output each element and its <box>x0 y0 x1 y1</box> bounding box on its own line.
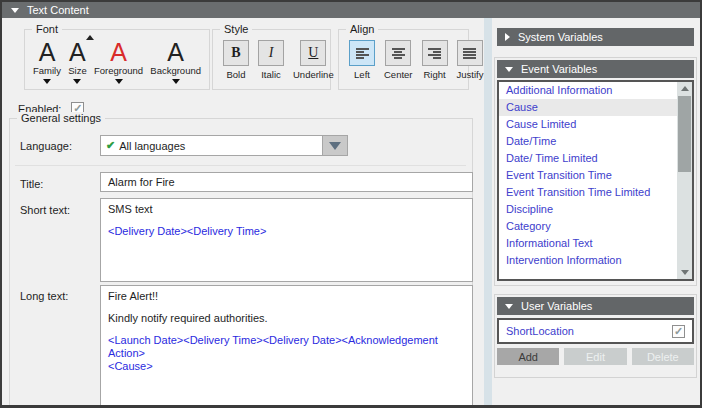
title-value: Alarm for Fire <box>108 176 175 188</box>
long-text-line2: Kindly notify required authorities. <box>108 312 465 325</box>
scroll-up-icon[interactable] <box>677 82 692 95</box>
chevron-down-icon <box>73 79 81 84</box>
bold-button-group: BBold <box>223 40 249 80</box>
chevron-down-icon <box>43 79 51 84</box>
delete-button[interactable]: Delete <box>632 348 694 365</box>
align-button-label: Right <box>423 69 445 80</box>
check-icon: ✓ <box>674 326 683 337</box>
event-variable-discipline[interactable]: Discipline <box>499 201 677 218</box>
underline-button-group: UUnderline <box>293 40 334 80</box>
event-variable-event-transition-time[interactable]: Event Transition Time <box>499 167 677 184</box>
user-variables-section: User Variables ShortLocation ✓ AddEditDe… <box>494 294 697 378</box>
event-variable-date-time-limited[interactable]: Date/ Time Limited <box>499 150 677 167</box>
collapsed-triangle-icon <box>505 33 510 41</box>
system-variables-title: System Variables <box>518 31 603 43</box>
bold-icon: B <box>231 45 240 61</box>
align-center-group: Center <box>384 40 413 80</box>
font-foreground-icon: A <box>110 38 127 64</box>
language-select[interactable]: ✔ All languages <box>100 135 348 156</box>
title-label: Title: <box>20 178 43 190</box>
divider <box>15 165 466 166</box>
long-text-tokens-2: <Cause> <box>108 360 465 373</box>
variables-panel: System Variables Event Variables Additio… <box>492 18 700 405</box>
font-group-label: Font <box>32 23 62 35</box>
language-selected-value: All languages <box>119 140 185 152</box>
edit-button[interactable]: Edit <box>564 348 626 365</box>
short-text-plain: SMS text <box>108 203 465 216</box>
scrollbar[interactable] <box>677 82 692 279</box>
collapse-triangle-icon[interactable] <box>11 8 19 13</box>
expanded-triangle-icon <box>505 304 513 309</box>
general-settings-group: General settings Language: ✔ All languag… <box>9 118 473 405</box>
bold-button[interactable]: B <box>223 40 249 66</box>
align-button-label: Left <box>354 69 370 80</box>
event-variable-category[interactable]: Category <box>499 218 677 235</box>
font-family-button[interactable]: AFamily <box>33 38 61 89</box>
user-variable-checkbox[interactable]: ✓ <box>672 325 685 338</box>
align-justify-group: Justify <box>457 40 484 80</box>
align-group-label: Align <box>346 23 378 35</box>
italic-button[interactable]: I <box>258 40 284 66</box>
title-input[interactable]: Alarm for Fire <box>100 172 473 192</box>
panel-splitter[interactable] <box>484 18 492 405</box>
font-foreground-button[interactable]: AForeground <box>94 38 143 89</box>
style-group: Style BBoldIItalicUUnderline <box>212 29 331 90</box>
font-item-label: Background <box>150 65 201 76</box>
user-variables-header[interactable]: User Variables <box>497 297 694 315</box>
font-size-button[interactable]: ASize <box>68 38 86 89</box>
user-variable-name: ShortLocation <box>506 325 672 337</box>
event-variable-intervention-information[interactable]: Intervention Information <box>499 252 677 269</box>
check-icon: ✔ <box>106 139 115 152</box>
event-variable-event-transition-time-limited[interactable]: Event Transition Time Limited <box>499 184 677 201</box>
align-justify-icon <box>463 48 476 59</box>
italic-icon: I <box>269 45 274 61</box>
chevron-down-icon <box>329 142 341 150</box>
short-text-label: Short text: <box>20 204 70 216</box>
language-dropdown-button[interactable] <box>322 136 347 155</box>
font-item-label: Foreground <box>94 65 143 76</box>
font-items: AFamilyASizeAForegroundABackground <box>25 30 209 89</box>
event-variable-cause[interactable]: Cause <box>499 99 677 116</box>
event-variables-list: Additional InformationCauseCause Limited… <box>497 80 694 281</box>
event-variables-title: Event Variables <box>521 63 597 75</box>
style-button-label: Italic <box>261 69 281 80</box>
style-button-label: Underline <box>293 69 334 80</box>
align-buttons: LeftCenterRightJustify <box>339 30 468 80</box>
size-up-caret-icon <box>86 35 94 40</box>
long-text-tokens-1: <Launch Date><Delivery Time><Delivery Da… <box>108 334 465 360</box>
event-variable-additional-information[interactable]: Additional Information <box>499 82 677 99</box>
align-left-button[interactable] <box>349 40 375 66</box>
text-content-window: Text Content Font AFamilyASizeAForegroun… <box>0 0 702 408</box>
user-variables-title: User Variables <box>521 300 592 312</box>
event-variable-cause-limited[interactable]: Cause Limited <box>499 116 677 133</box>
panel-title: Text Content <box>27 4 89 16</box>
user-variable-item[interactable]: ShortLocation ✓ <box>497 318 694 344</box>
expanded-triangle-icon <box>505 67 513 72</box>
long-text-area[interactable]: Fire Alert!! Kindly notify required auth… <box>100 285 473 405</box>
align-center-button[interactable] <box>385 40 411 66</box>
underline-button[interactable]: U <box>300 40 326 66</box>
style-group-label: Style <box>220 23 252 35</box>
short-text-area[interactable]: SMS text <Delivery Date><Delivery Time> <box>100 198 473 282</box>
scroll-down-icon[interactable] <box>677 266 692 279</box>
long-text-label: Long text: <box>20 290 68 302</box>
font-size-icon: A <box>69 38 86 64</box>
short-text-tokens: <Delivery Date><Delivery Time> <box>108 225 465 238</box>
style-buttons: BBoldIItalicUUnderline <box>213 30 330 80</box>
user-variables-buttons: AddEditDelete <box>497 348 694 365</box>
scrollbar-thumb[interactable] <box>678 96 691 172</box>
font-family-icon: A <box>39 38 56 64</box>
event-variable-informational-text[interactable]: Informational Text <box>499 235 677 252</box>
event-variables-header[interactable]: Event Variables <box>497 60 694 78</box>
text-content-header[interactable]: Text Content <box>2 2 700 18</box>
align-right-button[interactable] <box>422 40 448 66</box>
event-variables-items: Additional InformationCauseCause Limited… <box>499 82 677 279</box>
align-right-group: Right <box>422 40 448 80</box>
font-background-button[interactable]: ABackground <box>150 38 201 89</box>
system-variables-header[interactable]: System Variables <box>497 28 694 46</box>
event-variables-section: Event Variables Additional InformationCa… <box>494 57 697 286</box>
add-button[interactable]: Add <box>497 348 559 365</box>
event-variable-date-time[interactable]: Date/Time <box>499 133 677 150</box>
align-justify-button[interactable] <box>457 40 483 66</box>
align-group: Align LeftCenterRightJustify <box>338 29 469 90</box>
